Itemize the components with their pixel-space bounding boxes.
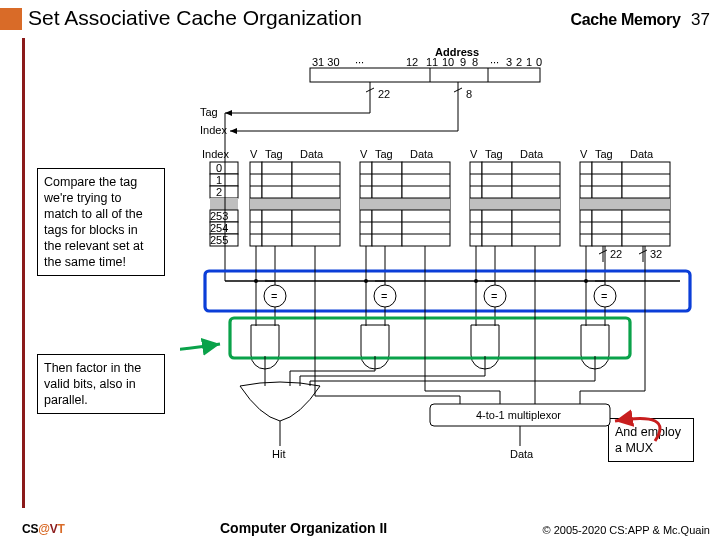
tag-width: 22 (378, 88, 390, 100)
svg-rect-12 (210, 186, 238, 198)
cache-diagram: Address 31 30 ··· 12 11 10 9 8 ··· 3 2 1… (180, 46, 705, 466)
idx-0: 0 (216, 162, 222, 174)
svg-text:V: V (360, 148, 368, 160)
bit-3: 3 (506, 56, 512, 68)
svg-marker-9 (230, 128, 237, 134)
svg-text:=: = (491, 290, 497, 302)
data-out-label: Data (510, 448, 534, 460)
bit-1: 1 (526, 56, 532, 68)
arrow-mux (615, 419, 660, 442)
svg-text:Data: Data (410, 148, 434, 160)
bit-dots: ··· (355, 56, 364, 68)
note-valid-bits: Then factor in the valid bits, also in p… (37, 354, 165, 414)
arrow-valid (180, 344, 220, 351)
bit-0: 0 (536, 56, 542, 68)
or-gate (240, 382, 320, 421)
and-gate-row (251, 325, 609, 369)
idx-255: 255 (210, 234, 228, 246)
svg-text:Tag: Tag (485, 148, 503, 160)
mux-label: 4-to-1 multiplexor (476, 409, 561, 421)
svg-text:=: = (271, 290, 277, 302)
header-row: Set Associative Cache Organization Cache… (28, 6, 710, 30)
hit-label: Hit (272, 448, 285, 460)
svg-text:Data: Data (300, 148, 324, 160)
svg-rect-10 (210, 162, 238, 174)
index-label: Index (200, 124, 227, 136)
idx-254: 254 (210, 222, 228, 234)
set-data-w: 32 (650, 248, 662, 260)
svg-text:Tag: Tag (265, 148, 283, 160)
svg-text:Data: Data (520, 148, 544, 160)
svg-rect-11 (210, 174, 238, 186)
tag-label: Tag (200, 106, 218, 118)
svg-marker-8 (225, 110, 232, 116)
svg-text:Data: Data (630, 148, 654, 160)
way-group: V Tag Data V Tag Data (250, 148, 670, 246)
svg-rect-13 (210, 198, 238, 210)
svg-rect-36 (360, 198, 450, 210)
svg-point-102 (584, 279, 588, 283)
idx-2: 2 (216, 186, 222, 198)
svg-text:Tag: Tag (595, 148, 613, 160)
svg-text:=: = (381, 290, 387, 302)
bit-8: 8 (472, 56, 478, 68)
accent-block (0, 8, 22, 30)
bit-12: 12 (406, 56, 418, 68)
svg-text:=: = (601, 290, 607, 302)
svg-text:V: V (470, 148, 478, 160)
bit-dots2: ··· (490, 56, 499, 68)
note-compare-tags: Compare the tag we're trying to match to… (37, 168, 165, 276)
comparator-row: = = = = (264, 285, 616, 307)
svg-rect-23 (250, 198, 340, 210)
logo: CS@VT (22, 522, 65, 536)
svg-point-99 (254, 279, 258, 283)
set-tag-w: 22 (610, 248, 622, 260)
svg-point-100 (364, 279, 368, 283)
bit-10: 10 (442, 56, 454, 68)
svg-text:V: V (580, 148, 588, 160)
page-title: Set Associative Cache Organization (28, 6, 362, 30)
svg-point-101 (474, 279, 478, 283)
bit-11: 11 (426, 56, 438, 68)
highlight-and-gates (230, 318, 630, 358)
svg-text:Tag: Tag (375, 148, 393, 160)
address-box (310, 68, 540, 82)
bit-hi: 31 30 (312, 56, 340, 68)
content-area: Compare the tag we're trying to match to… (22, 38, 712, 508)
svg-rect-62 (580, 198, 670, 210)
page-number: 37 (691, 10, 710, 29)
bit-9: 9 (460, 56, 466, 68)
idx-253: 253 (210, 210, 228, 222)
idx-width: 8 (466, 88, 472, 100)
idx-1: 1 (216, 174, 222, 186)
svg-rect-49 (470, 198, 560, 210)
section-label: Cache Memory (570, 11, 680, 28)
bit-2: 2 (516, 56, 522, 68)
footer-copyright: © 2005-2020 CS:APP & Mc.Quain (542, 524, 710, 536)
header-right: Cache Memory 37 (570, 10, 710, 30)
footer-center: Computer Organization II (220, 520, 387, 536)
svg-text:V: V (250, 148, 258, 160)
footer: CS@VT Computer Organization II © 2005-20… (0, 520, 720, 536)
